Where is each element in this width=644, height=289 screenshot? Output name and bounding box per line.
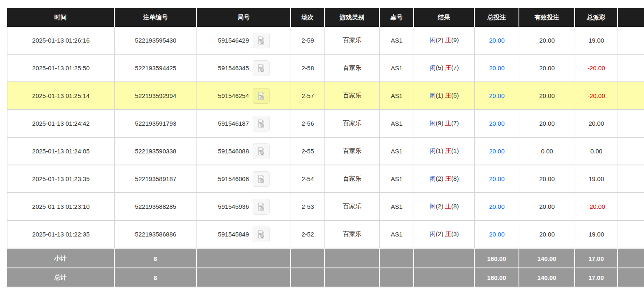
summary-count: 8 xyxy=(115,268,197,287)
video-replay-button[interactable] xyxy=(253,143,270,159)
result-player-value: (1) xyxy=(436,92,443,99)
cell-round-id: 591545849 xyxy=(197,221,291,248)
summary-empty-game-type xyxy=(325,248,380,268)
page: 时间 注单编号 局号 场次 游戏类别 桌号 结果 总投注 有效投注 总派彩 20… xyxy=(0,0,644,287)
cell-payout: 0.00 xyxy=(575,138,618,165)
result-player-label: 闲 xyxy=(430,119,436,127)
video-replay-button[interactable] xyxy=(253,33,270,48)
table-row[interactable]: 2025-01-13 01:23:10 522193588285 5915459… xyxy=(7,193,644,221)
cell-valid-bet: 0.00 xyxy=(519,138,575,165)
result-banker-value: (5) xyxy=(451,92,459,99)
summary-count: 8 xyxy=(115,248,197,268)
cell-table-no: AS1 xyxy=(380,110,414,138)
cell-valid-bet: 20.00 xyxy=(519,82,575,110)
result-player-value: (9) xyxy=(436,119,443,127)
cell-bet-id: 522193591793 xyxy=(115,110,197,138)
cell-total-bet: 20.00 xyxy=(475,221,519,248)
cell-bet-id: 522193590338 xyxy=(115,138,197,165)
table-row[interactable]: 2025-01-13 01:23:35 522193589187 5915460… xyxy=(7,165,644,193)
col-header-session: 场次 xyxy=(291,8,325,27)
cell-bet-id: 522193589187 xyxy=(115,165,197,193)
video-file-icon xyxy=(256,36,266,45)
cell-result: 闲(2) 庄(8) xyxy=(414,165,475,193)
round-id-text: 591546345 xyxy=(218,64,249,72)
video-replay-button[interactable] xyxy=(253,116,270,131)
cell-total-bet: 20.00 xyxy=(475,82,519,110)
summary-empty-table-no xyxy=(380,248,414,268)
video-file-icon xyxy=(256,146,266,156)
cell-time: 2025-01-13 01:25:50 xyxy=(7,55,115,82)
cell-round-id: 591546345 xyxy=(197,55,291,82)
video-file-icon xyxy=(256,202,266,212)
video-replay-button[interactable] xyxy=(253,171,270,187)
result-player-value: (2) xyxy=(436,36,443,43)
table-row[interactable]: 2025-01-13 01:25:50 522193594425 5915463… xyxy=(7,55,644,82)
col-header-result: 结果 xyxy=(414,8,475,27)
cell-bet-id: 522193594425 xyxy=(115,55,197,82)
result-player-label: 闲 xyxy=(430,64,436,71)
summary-empty-session xyxy=(291,268,325,287)
cell-table-no: AS1 xyxy=(380,193,414,221)
cell-session: 2-57 xyxy=(291,82,325,110)
cell-extra xyxy=(618,55,644,82)
table-row[interactable]: 2025-01-13 01:24:05 522193590338 5915460… xyxy=(7,138,644,165)
summary-empty-result xyxy=(414,248,475,268)
cell-valid-bet: 20.00 xyxy=(519,165,575,193)
cell-session: 2-59 xyxy=(291,27,325,55)
cell-payout: -20.00 xyxy=(575,82,618,110)
cell-table-no: AS1 xyxy=(380,221,414,248)
summary-valid-bet: 140.00 xyxy=(519,268,575,287)
cell-table-no: AS1 xyxy=(380,138,414,165)
cell-time: 2025-01-13 01:23:35 xyxy=(7,165,115,193)
cell-total-bet: 20.00 xyxy=(475,138,519,165)
result-banker-value: (7) xyxy=(451,119,459,127)
table-row[interactable]: 2025-01-13 01:24:42 522193591793 5915461… xyxy=(7,110,644,138)
col-header-time: 时间 xyxy=(7,8,115,27)
cell-game-type: 百家乐 xyxy=(325,110,380,138)
cell-time: 2025-01-13 01:25:14 xyxy=(7,82,115,110)
table-row[interactable]: 2025-01-13 01:26:16 522193595430 5915464… xyxy=(7,27,644,55)
video-replay-button[interactable] xyxy=(253,60,270,76)
cell-total-bet: 20.00 xyxy=(475,55,519,82)
cell-session: 2-56 xyxy=(291,110,325,138)
cell-total-bet: 20.00 xyxy=(475,193,519,221)
result-banker-label: 庄 xyxy=(445,36,451,43)
round-id-text: 591546006 xyxy=(218,175,249,182)
summary-row: 小计 8 160.00 140.00 17.00 xyxy=(7,248,644,268)
cell-payout: 20.00 xyxy=(575,110,618,138)
result-player-label: 闲 xyxy=(430,230,436,237)
cell-bet-id: 522193586886 xyxy=(115,221,197,248)
table-header-row: 时间 注单编号 局号 场次 游戏类别 桌号 结果 总投注 有效投注 总派彩 xyxy=(7,8,644,27)
cell-game-type: 百家乐 xyxy=(325,27,380,55)
result-banker-label: 庄 xyxy=(445,64,451,71)
cell-session: 2-53 xyxy=(291,193,325,221)
cell-game-type: 百家乐 xyxy=(325,55,380,82)
video-replay-button[interactable] xyxy=(253,199,270,215)
col-header-total-bet: 总投注 xyxy=(475,8,519,27)
cell-result: 闲(1) 庄(1) xyxy=(414,138,475,165)
cell-time: 2025-01-13 01:23:10 xyxy=(7,193,115,221)
cell-table-no: AS1 xyxy=(380,27,414,55)
result-player-value: (2) xyxy=(436,203,443,210)
table-row[interactable]: 2025-01-13 01:25:14 522193592994 5915462… xyxy=(7,82,644,110)
result-player-value: (2) xyxy=(436,175,443,182)
cell-bet-id: 522193592994 xyxy=(115,82,197,110)
cell-round-id: 591546429 xyxy=(197,27,291,55)
summary-empty-round xyxy=(197,248,291,268)
cell-extra xyxy=(618,27,644,55)
summary-empty-result xyxy=(414,268,475,287)
result-banker-value: (7) xyxy=(451,64,459,71)
col-header-round-id: 局号 xyxy=(197,8,291,27)
cell-valid-bet: 20.00 xyxy=(519,110,575,138)
cell-round-id: 591546088 xyxy=(197,138,291,165)
cell-session: 2-58 xyxy=(291,55,325,82)
result-banker-label: 庄 xyxy=(445,203,451,210)
summary-payout: 17.00 xyxy=(575,248,618,268)
video-replay-button[interactable] xyxy=(253,227,270,242)
col-header-payout: 总派彩 xyxy=(575,8,618,27)
cell-game-type: 百家乐 xyxy=(325,165,380,193)
result-player-value: (2) xyxy=(436,230,443,237)
table-row[interactable]: 2025-01-13 01:22:35 522193586886 5915458… xyxy=(7,221,644,248)
video-replay-button[interactable] xyxy=(253,88,270,104)
col-header-bet-id: 注单编号 xyxy=(115,8,197,27)
